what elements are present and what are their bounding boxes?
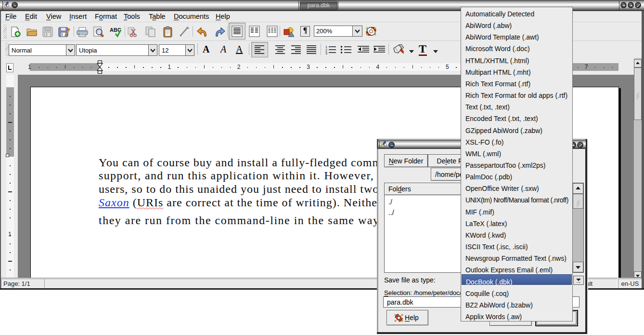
svg-text:1: 1 — [325, 45, 327, 49]
svg-text:3: 3 — [325, 52, 327, 54]
